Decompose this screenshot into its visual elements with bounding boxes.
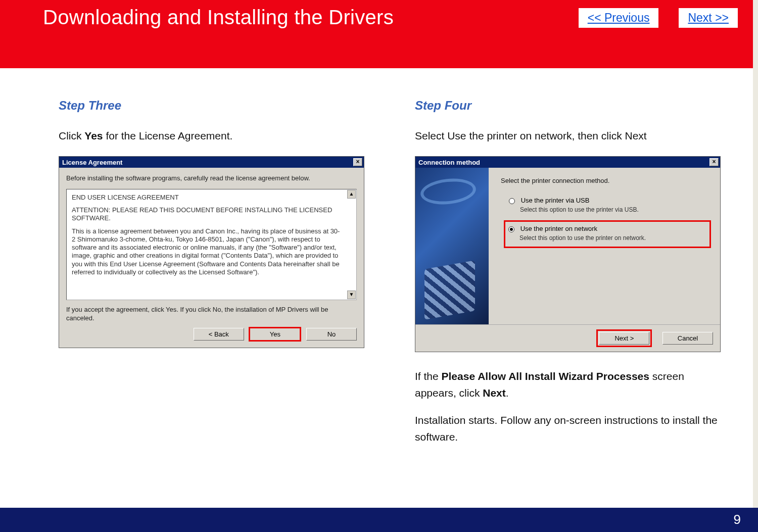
eula-textbox[interactable]: ▲ END USER LICENSE AGREEMENT ATTENTION: … [66, 189, 357, 300]
step-four-heading: Step Four [415, 99, 721, 113]
ring-graphic-icon [419, 176, 478, 207]
option-network[interactable]: Use the printer on network [508, 225, 706, 232]
next-link[interactable]: Next >> [679, 8, 738, 28]
dialog-titlebar: License Agreement × [59, 157, 364, 168]
text: Click [59, 130, 84, 141]
header: Downloading and Installing the Drivers <… [0, 0, 758, 68]
previous-link[interactable]: << Previous [579, 8, 659, 28]
page-edge [753, 0, 758, 508]
step-three-column: Step Three Click Yes for the License Agr… [59, 99, 364, 457]
radio-icon[interactable] [508, 226, 514, 232]
dialog-body: Select the printer connection method. Us… [415, 168, 720, 324]
text-bold: Please Allow All Install Wizard Processe… [442, 370, 649, 382]
next-button[interactable]: Next > [599, 332, 649, 345]
close-icon[interactable]: × [353, 158, 362, 166]
cubes-graphic-icon [424, 261, 475, 320]
text: for the License Agreement. [103, 130, 233, 141]
accept-text: If you accept the agreement, click Yes. … [66, 305, 357, 323]
option-usb-desc: Select this option to use the printer vi… [520, 206, 711, 213]
radio-icon[interactable] [509, 198, 515, 204]
dialog-title: License Agreement [62, 159, 122, 166]
connection-prompt: Select the printer connection method. [501, 177, 711, 184]
option-usb[interactable]: Use the printer via USB [509, 197, 711, 204]
back-button[interactable]: < Back [194, 328, 244, 341]
option-network-highlight: Use the printer on network Select this o… [504, 220, 711, 248]
text: . [506, 387, 509, 399]
option-network-desc: Select this option to use the printer on… [519, 234, 706, 241]
text: If the [415, 370, 442, 382]
step-four-instruction: Select Use the printer on network, then … [415, 129, 721, 143]
dialog-sidebar-graphic [415, 168, 489, 324]
license-intro-text: Before installing the software programs,… [66, 174, 357, 183]
option-network-label: Use the printer on network [520, 225, 597, 232]
text-bold: Next [483, 387, 506, 399]
no-button[interactable]: No [306, 328, 357, 341]
next-button-highlight: Next > [598, 331, 650, 346]
wizard-processes-note: If the Please Allow All Install Wizard P… [415, 368, 721, 401]
text-bold: Yes [84, 130, 103, 141]
footer: 9 [0, 508, 758, 532]
eula-heading: END USER LICENSE AGREEMENT [72, 194, 351, 202]
scroll-down-icon[interactable]: ▼ [347, 291, 356, 299]
dialog-titlebar: Connection method × [415, 157, 720, 168]
dialog-body: Before installing the software programs,… [59, 168, 364, 348]
dialog-title: Connection method [418, 159, 480, 166]
button-row: < Back Yes No [66, 328, 357, 341]
license-agreement-dialog: License Agreement × Before installing th… [59, 156, 364, 348]
page-number: 9 [734, 512, 741, 527]
installation-starts-note: Installation starts. Follow any on-scree… [415, 412, 721, 445]
option-usb-label: Use the printer via USB [521, 197, 590, 204]
connection-method-dialog: Connection method × Select the printer c… [415, 156, 721, 352]
step-three-instruction: Click Yes for the License Agreement. [59, 129, 364, 143]
content: Step Three Click Yes for the License Agr… [0, 68, 758, 457]
scroll-up-icon[interactable]: ▲ [347, 190, 356, 199]
yes-button[interactable]: Yes [250, 328, 300, 341]
cancel-button[interactable]: Cancel [662, 332, 713, 345]
eula-attention: ATTENTION: PLEASE READ THIS DOCUMENT BEF… [72, 206, 351, 223]
nav-links: << Previous Next >> [579, 8, 738, 28]
step-three-heading: Step Three [59, 99, 364, 113]
close-icon[interactable]: × [709, 158, 719, 166]
page-title: Downloading and Installing the Drivers [43, 6, 394, 29]
eula-body: This is a license agreement between you … [72, 227, 351, 277]
dialog-footer: Next > Cancel [415, 324, 720, 352]
dialog-main: Select the printer connection method. Us… [489, 168, 720, 324]
step-four-column: Step Four Select Use the printer on netw… [415, 99, 721, 457]
